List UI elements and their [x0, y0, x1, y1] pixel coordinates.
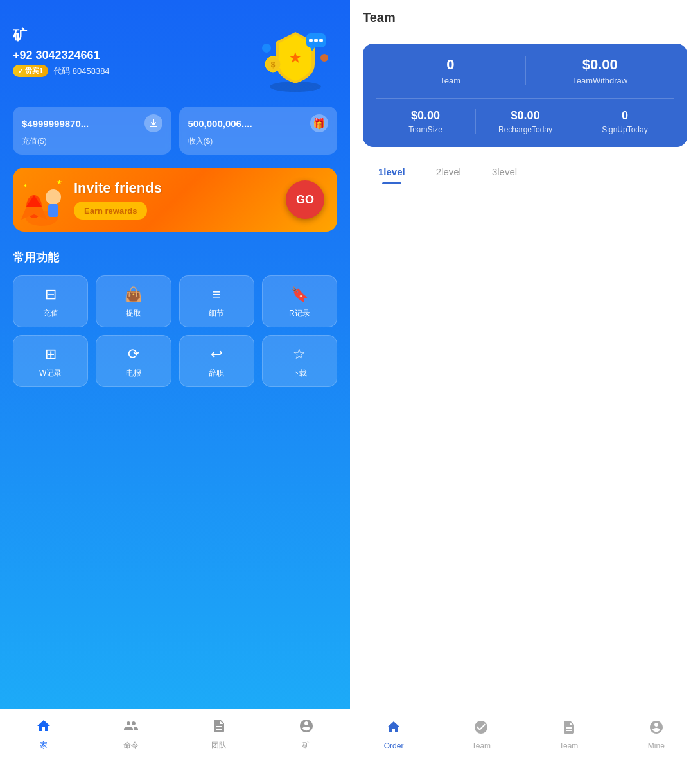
balance-card-income[interactable]: 500,000,006.... 🎁 收入($) [179, 107, 338, 155]
right-panel: Team 0 Team $0.00 TeamWithdraw $0.00 Tea… [350, 0, 700, 760]
home-nav-icon [36, 718, 51, 738]
bottom-nav-right: Order Team Team Mine [350, 709, 700, 760]
download-func-label: 下载 [292, 368, 307, 379]
svg-point-10 [320, 54, 328, 62]
balance-row: $4999999870... 充值($) 500,000,006.... 🎁 收… [13, 107, 337, 155]
tab-2level[interactable]: 2level [421, 160, 477, 184]
nav-item-team2-right[interactable]: Team [525, 709, 613, 760]
wrecord-func-icon: ⊞ [45, 347, 57, 361]
command-nav-icon [123, 718, 139, 738]
resign-func-icon: ↩ [211, 347, 222, 361]
resign-func-label: 辞职 [209, 368, 224, 379]
earn-rewards-text: Earn rewards [84, 206, 137, 216]
nav-item-order[interactable]: Order [350, 709, 437, 760]
shield-illustration-svg: ★ $ [254, 26, 337, 96]
svg-text:$: $ [271, 60, 276, 69]
function-item-detail[interactable]: ≡ 细节 [179, 275, 254, 327]
team-right-nav-label: Team [472, 741, 491, 750]
signup-today-label: SignUpToday [602, 125, 647, 134]
recharge-icon [144, 114, 162, 132]
stat-block-withdraw: $0.00 TeamWithdraw [525, 56, 675, 85]
invite-banner[interactable]: ★ ✦ Invite friends Earn rewards GO [13, 168, 337, 232]
earn-rewards-pill: Earn rewards [74, 202, 147, 220]
teamsize-value: $0.00 [411, 109, 440, 123]
teamsize-label: TeamSize [408, 125, 442, 134]
header-illustration: ★ $ [254, 26, 337, 96]
nav-item-team[interactable]: 团队 [175, 709, 263, 760]
recharge-today-value: $0.00 [511, 109, 539, 123]
team-stats-card: 0 Team $0.00 TeamWithdraw $0.00 TeamSize… [363, 44, 687, 147]
detail-func-label: 细节 [209, 308, 224, 319]
income-label: 收入($) [188, 136, 329, 147]
right-content: 0 Team $0.00 TeamWithdraw $0.00 TeamSize… [350, 33, 700, 709]
svg-point-4 [314, 39, 318, 42]
command-nav-label: 命令 [123, 740, 139, 751]
tab-1level[interactable]: 1level [363, 160, 421, 184]
team-right-nav-icon [473, 720, 489, 739]
mine-nav-icon [299, 718, 314, 738]
nav-item-mine[interactable]: 矿 [263, 709, 350, 760]
team-stats-top: 0 Team $0.00 TeamWithdraw [376, 56, 674, 85]
telegram-func-label: 电报 [126, 368, 141, 379]
team-nav-icon [211, 718, 227, 738]
function-grid-row2: ⊞ W记录 ⟳ 电报 ↩ 辞职 ☆ 下载 [13, 335, 337, 387]
withdraw-func-label: 提取 [126, 308, 141, 319]
svg-point-9 [262, 44, 271, 53]
svg-text:★: ★ [57, 178, 62, 186]
referral-row: ✓ 贵宾1 代码 80458384 [13, 65, 110, 77]
recharge-label: 充值($) [22, 136, 162, 147]
stat-block-team: 0 Team [376, 56, 525, 85]
withdraw-func-icon: 👜 [125, 288, 142, 302]
check-icon: ✓ [18, 67, 23, 74]
mine-nav-label: 矿 [302, 740, 310, 751]
function-item-resign[interactable]: ↩ 辞职 [179, 335, 254, 387]
empty-content [363, 194, 687, 451]
mine-label: 矿 [13, 26, 110, 45]
svg-text:✦: ✦ [23, 183, 28, 189]
function-item-telegram[interactable]: ⟳ 电报 [96, 335, 171, 387]
phone-number: +92 3042324661 [13, 49, 110, 62]
team-nav-label: 团队 [211, 740, 227, 751]
header-row: 矿 +92 3042324661 ✓ 贵宾1 代码 80458384 [13, 26, 337, 96]
function-item-download[interactable]: ☆ 下载 [262, 335, 337, 387]
function-item-recharge[interactable]: ⊟ 充值 [13, 275, 88, 327]
function-item-rrecord[interactable]: 🔖 R记录 [262, 275, 337, 327]
go-button[interactable]: GO [286, 180, 324, 219]
vip-badge: ✓ 贵宾1 [13, 65, 48, 77]
left-panel: 矿 +92 3042324661 ✓ 贵宾1 代码 80458384 [0, 0, 350, 760]
team-stats-bottom: $0.00 TeamSize $0.00 RechargeToday 0 Sig… [376, 109, 674, 134]
balance-card-top-2: 500,000,006.... 🎁 [188, 114, 329, 132]
stat-block-recharge-today: $0.00 RechargeToday [475, 109, 575, 134]
function-item-wrecord[interactable]: ⊞ W记录 [13, 335, 88, 387]
invite-title: Invite friends [74, 180, 286, 196]
wrecord-func-label: W记录 [39, 368, 62, 379]
nav-item-team-right[interactable]: Team [437, 709, 525, 760]
balance-card-recharge[interactable]: $4999999870... 充值($) [13, 107, 171, 155]
header-left: 矿 +92 3042324661 ✓ 贵宾1 代码 80458384 [13, 26, 110, 77]
stat-block-teamsize: $0.00 TeamSize [376, 109, 475, 134]
function-item-withdraw[interactable]: 👜 提取 [96, 275, 171, 327]
rocket-decoration: ★ ✦ [18, 168, 66, 229]
svg-rect-15 [48, 204, 58, 217]
rrecord-func-label: R记录 [289, 308, 310, 319]
order-nav-label: Order [384, 741, 404, 750]
recharge-func-icon: ⊟ [45, 288, 57, 302]
mine-right-nav-icon [649, 720, 664, 739]
function-grid-row1: ⊟ 充值 👜 提取 ≡ 细节 🔖 R记录 [13, 275, 337, 327]
team2-right-nav-label: Team [559, 741, 578, 750]
svg-text:★: ★ [288, 49, 302, 66]
home-nav-label: 家 [40, 740, 48, 751]
nav-item-mine-right[interactable]: Mine [613, 709, 700, 760]
recharge-today-label: RechargeToday [498, 125, 552, 134]
tab-3level[interactable]: 3level [477, 160, 532, 184]
team-count-label: Team [440, 76, 460, 85]
detail-func-icon: ≡ [213, 288, 221, 302]
nav-item-command[interactable]: 命令 [87, 709, 175, 760]
level-tabs: 1level 2level 3level [363, 160, 687, 184]
mine-right-nav-label: Mine [648, 741, 665, 750]
order-nav-icon [386, 720, 401, 739]
nav-item-home[interactable]: 家 [0, 709, 87, 760]
vip-label: 贵宾1 [25, 66, 43, 76]
recharge-func-label: 充值 [43, 308, 58, 319]
gift-icon: 🎁 [310, 114, 328, 132]
